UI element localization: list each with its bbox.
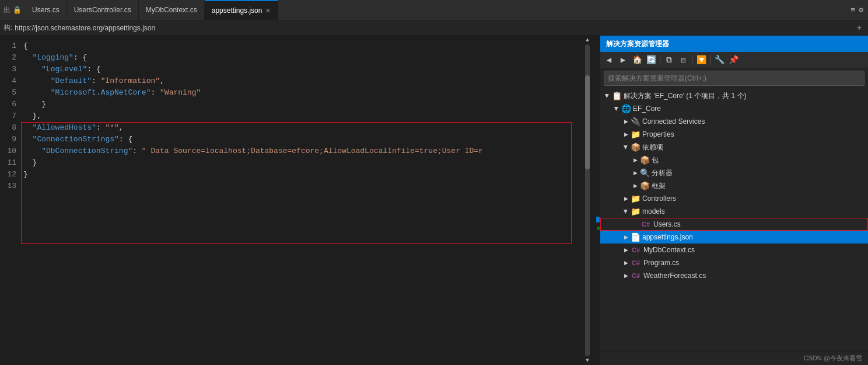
- pin-icon[interactable]: 🔒: [13, 6, 22, 15]
- se-models[interactable]: ▶ 📁 models: [600, 205, 868, 218]
- line-num-8: 8: [0, 122, 16, 134]
- tabs-container: Users.cs UsersController.cs MyDbContext.…: [25, 0, 846, 20]
- packages-arrow: ▶: [631, 155, 640, 165]
- se-filter-btn[interactable]: 🔽: [695, 54, 708, 67]
- program-cs-icon: C#: [631, 258, 641, 267]
- users-cs-label: Users.cs: [653, 220, 865, 228]
- code-line-7: },: [21, 110, 582, 122]
- frameworks-arrow: ▶: [631, 181, 640, 190]
- weatherforecast-cs-label: WeatherForecast.cs: [643, 272, 866, 280]
- se-packages[interactable]: ▶ 📦 包: [600, 154, 868, 166]
- tab-users-cs[interactable]: Users.cs: [25, 0, 67, 20]
- scroll-down-btn[interactable]: ▼: [586, 357, 589, 364]
- frameworks-icon: 📦: [640, 181, 649, 190]
- se-home-btn[interactable]: 🏠: [631, 54, 643, 67]
- efcore-label: EF_Core: [633, 105, 866, 113]
- line-num-9: 9: [0, 134, 16, 145]
- mydbcontext-arrow: ▶: [621, 245, 631, 255]
- code-line-2: "Logging": {: [21, 52, 582, 64]
- se-solution-root[interactable]: ▶ 📋 解决方案 'EF_Core' (1 个项目，共 1 个): [600, 89, 868, 102]
- se-watermark: CSDN @今夜来看雪: [804, 354, 862, 361]
- minimap-bar: [593, 36, 600, 365]
- code-line-5: "Microsoft.AspNetCore": "Warning": [21, 87, 582, 99]
- packages-icon: 📦: [640, 155, 649, 165]
- se-pin-btn[interactable]: 📌: [727, 54, 740, 67]
- efcore-arrow: ▶: [612, 104, 621, 113]
- analyzers-label: 分析器: [652, 168, 866, 178]
- analyzers-arrow: ▶: [631, 168, 640, 178]
- se-appsettings-json[interactable]: ▶ 📄 appsettings.json: [600, 231, 868, 244]
- line-num-10: 10: [0, 145, 16, 157]
- controllers-arrow: ▶: [621, 194, 631, 203]
- address-bar: 构: https://json.schemastore.org/appsetti…: [0, 20, 868, 36]
- se-forward-btn[interactable]: ▶: [617, 54, 629, 67]
- code-editor[interactable]: 1 2 3 4 5 6 7 8 9 10 11 12 13 { "Logging…: [0, 36, 600, 365]
- code-line-6: }: [21, 99, 582, 110]
- se-collapse-btn[interactable]: ⧉: [663, 54, 676, 67]
- scroll-up-btn[interactable]: ▲: [586, 37, 589, 43]
- se-refresh-btn[interactable]: 🔄: [645, 54, 657, 67]
- se-dependencies[interactable]: ▶ 📦 依赖项: [600, 141, 868, 154]
- appsettings-arrow: ▶: [621, 232, 631, 242]
- properties-arrow: ▶: [621, 130, 631, 139]
- se-preview-btn[interactable]: ⧈: [677, 54, 690, 67]
- se-program-cs[interactable]: ▶ C# Program.cs: [600, 256, 868, 269]
- dependencies-icon: 📦: [631, 142, 640, 152]
- editor-scrollbar[interactable]: ▲ ▼: [582, 36, 593, 365]
- solution-explorer: 解决方案资源管理器 ◀ ▶ 🏠 🔄 ⧉ ⧈ 🔽 🔧 📌 ▶ 📋 解决方案 'EF…: [600, 36, 868, 365]
- se-weatherforecast-cs[interactable]: ▶ C# WeatherForecast.cs: [600, 269, 868, 282]
- se-toolbar-sep3: [710, 55, 710, 65]
- line-num-11: 11: [0, 157, 16, 169]
- controllers-icon: 📁: [631, 194, 640, 203]
- weatherforecast-arrow: ▶: [621, 271, 631, 280]
- connected-services-arrow: ▶: [621, 117, 631, 126]
- address-add-btn[interactable]: +: [854, 23, 864, 33]
- line-numbers: 1 2 3 4 5 6 7 8 9 10 11 12 13: [0, 36, 21, 365]
- line-num-12: 12: [0, 169, 16, 180]
- line-num-4: 4: [0, 75, 16, 87]
- appsettings-icon: 📄: [631, 232, 640, 242]
- se-frameworks[interactable]: ▶ 📦 框架: [600, 179, 868, 192]
- code-line-8: "AllowedHosts": "*",: [21, 122, 582, 134]
- appsettings-label: appsettings.json: [642, 233, 866, 241]
- se-search-box[interactable]: [604, 71, 864, 86]
- properties-label: Properties: [642, 130, 866, 138]
- tab-mydbcontext-cs[interactable]: MyDbContext.cs: [139, 0, 205, 20]
- se-users-cs[interactable]: ▶ C# Users.cs: [600, 218, 868, 231]
- tab-bar-left: 出 🔒: [0, 5, 25, 15]
- tab-menu-icon[interactable]: ≡: [850, 6, 855, 15]
- code-line-12: }: [21, 169, 582, 180]
- se-tree: ▶ 📋 解决方案 'EF_Core' (1 个项目，共 1 个) ▶ 🌐 EF_…: [600, 88, 868, 351]
- se-analyzers[interactable]: ▶ 🔍 分析器: [600, 166, 868, 179]
- se-controllers[interactable]: ▶ 📁 Controllers: [600, 192, 868, 205]
- se-efcore[interactable]: ▶ 🌐 EF_Core: [600, 102, 868, 115]
- connected-services-icon: 🔌: [631, 117, 640, 126]
- se-mydbcontext-cs[interactable]: ▶ C# MyDbContext.cs: [600, 244, 868, 256]
- se-properties[interactable]: ▶ 📁 Properties: [600, 128, 868, 141]
- se-search-input[interactable]: [608, 74, 860, 82]
- line-num-1: 1: [0, 40, 16, 52]
- output-icon[interactable]: 出: [4, 5, 10, 15]
- mydbcontext-cs-label: MyDbContext.cs: [643, 246, 866, 254]
- tab-label-userscontroller-cs: UsersController.cs: [74, 6, 131, 14]
- se-header: 解决方案资源管理器: [600, 36, 868, 52]
- tab-userscontroller-cs[interactable]: UsersController.cs: [67, 0, 139, 20]
- code-line-13: [21, 180, 582, 192]
- scroll-track: [585, 44, 590, 356]
- efcore-icon: 🌐: [621, 104, 631, 113]
- line-num-6: 6: [0, 99, 16, 110]
- se-title: 解决方案资源管理器: [606, 39, 669, 49]
- dependencies-arrow: ▶: [621, 142, 631, 152]
- se-settings-btn[interactable]: 🔧: [713, 54, 726, 67]
- tab-close-appsettings[interactable]: ✕: [265, 7, 271, 15]
- se-back-btn[interactable]: ◀: [603, 54, 615, 67]
- tab-settings-icon[interactable]: ⚙: [859, 5, 863, 15]
- tab-label-appsettings-json: appsettings.json: [212, 6, 262, 15]
- tab-appsettings-json[interactable]: appsettings.json ✕: [205, 0, 279, 20]
- tab-label-mydbcontext-cs: MyDbContext.cs: [146, 6, 197, 14]
- properties-icon: 📁: [631, 130, 640, 139]
- code-line-1: {: [21, 40, 582, 52]
- users-cs-icon: C#: [640, 220, 651, 229]
- se-connected-services[interactable]: ▶ 🔌 Connected Services: [600, 115, 868, 128]
- minimap-selection-indicator: [596, 217, 600, 223]
